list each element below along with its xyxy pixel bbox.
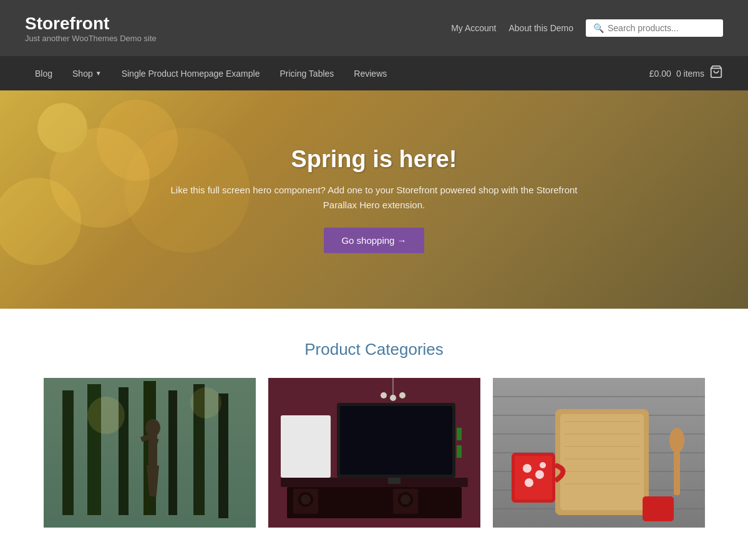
category-card-1[interactable] <box>44 378 256 530</box>
categories-section: Product Categories <box>0 309 748 555</box>
my-account-link[interactable]: My Account <box>451 23 496 33</box>
cart-area[interactable]: £0.00 0 items <box>649 65 723 82</box>
nav-blog[interactable]: Blog <box>25 59 62 89</box>
svg-point-61 <box>669 428 684 453</box>
brand-subtitle: Just another WooThemes Demo site <box>25 34 157 43</box>
search-input[interactable] <box>608 23 716 33</box>
hero-content: Spring is here! Like this full screen he… <box>156 146 593 253</box>
hero-title: Spring is here! <box>168 146 580 173</box>
categories-grid <box>25 378 723 530</box>
svg-point-17 <box>190 387 221 418</box>
nav-links: Blog Shop ▼ Single Product Homepage Exam… <box>25 59 397 89</box>
svg-rect-47 <box>560 414 644 510</box>
nav-pricing-tables[interactable]: Pricing Tables <box>270 59 344 89</box>
svg-rect-27 <box>457 445 462 458</box>
svg-rect-20 <box>281 478 468 487</box>
svg-point-30 <box>390 395 396 401</box>
svg-point-16 <box>87 397 125 434</box>
category-image-2 <box>268 378 480 528</box>
category-image-3 <box>493 378 705 528</box>
svg-rect-60 <box>643 496 674 521</box>
svg-point-31 <box>399 392 406 398</box>
nav-reviews[interactable]: Reviews <box>344 59 397 89</box>
nav-single-product[interactable]: Single Product Homepage Example <box>112 59 270 89</box>
svg-point-34 <box>301 495 311 504</box>
go-shopping-button[interactable]: Go shopping → <box>324 228 424 253</box>
hero-description: Like this full screen hero component? Ad… <box>168 183 580 213</box>
svg-rect-55 <box>515 456 552 500</box>
svg-point-57 <box>535 470 544 479</box>
about-demo-link[interactable]: About this Demo <box>509 23 574 33</box>
shop-chevron-icon: ▼ <box>95 70 102 77</box>
top-right: My Account About this Demo 🔍 <box>451 19 723 37</box>
svg-rect-9 <box>218 393 228 518</box>
svg-point-59 <box>540 462 546 468</box>
nav-shop[interactable]: Shop ▼ <box>62 59 112 89</box>
search-bar[interactable]: 🔍 <box>586 19 723 37</box>
cart-price: £0.00 <box>649 69 671 79</box>
svg-rect-26 <box>457 428 462 440</box>
svg-rect-25 <box>388 478 401 484</box>
search-icon: 🔍 <box>593 23 604 33</box>
svg-rect-7 <box>168 390 177 515</box>
brand-title[interactable]: Storefront <box>25 13 157 34</box>
svg-point-29 <box>381 392 387 398</box>
hero-section: Spring is here! Like this full screen he… <box>0 90 748 309</box>
category-image-1 <box>44 378 256 528</box>
cart-icon <box>709 65 723 82</box>
cart-items-count: 0 items <box>676 69 704 79</box>
svg-rect-22 <box>281 415 331 478</box>
svg-rect-62 <box>674 451 680 495</box>
svg-rect-3 <box>62 390 74 515</box>
svg-point-58 <box>525 478 533 487</box>
category-card-2[interactable] <box>268 378 480 530</box>
top-nav: My Account About this Demo <box>451 23 573 33</box>
svg-point-10 <box>145 419 160 437</box>
category-card-3[interactable] <box>493 378 705 530</box>
brand-area: Storefront Just another WooThemes Demo s… <box>25 13 157 44</box>
top-bar: Storefront Just another WooThemes Demo s… <box>0 0 748 56</box>
categories-title: Product Categories <box>25 340 723 359</box>
svg-point-56 <box>523 464 532 473</box>
nav-bar: Blog Shop ▼ Single Product Homepage Exam… <box>0 56 748 90</box>
svg-rect-24 <box>340 406 452 475</box>
svg-point-37 <box>401 495 410 504</box>
